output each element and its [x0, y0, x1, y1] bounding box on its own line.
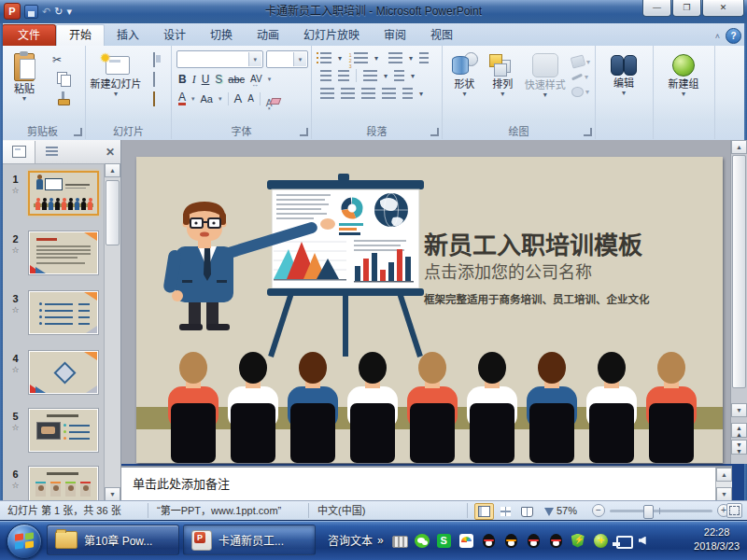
scrollbar-thumb[interactable]	[732, 155, 746, 388]
notes-scrollbar[interactable]: ▲ ▼	[715, 468, 732, 501]
zoom-slider[interactable]	[610, 510, 712, 512]
justify-icon[interactable]	[382, 88, 396, 99]
font-dialog-launcher[interactable]	[300, 128, 308, 136]
decrease-indent-icon[interactable]	[320, 70, 331, 81]
tab-animations[interactable]: 动画	[245, 25, 291, 46]
character-spacing-button[interactable]: AV	[250, 73, 262, 86]
start-button[interactable]	[7, 524, 42, 559]
volume-icon[interactable]	[639, 534, 655, 548]
powerpoint-app-icon[interactable]: P	[4, 3, 21, 20]
tab-view[interactable]: 视图	[418, 25, 465, 46]
minimize-button[interactable]: —	[642, 0, 671, 17]
grow-font-button[interactable]: A	[234, 92, 243, 105]
taskbar-button-folder[interactable]: 第10章 Pow...	[47, 525, 179, 555]
columns-icon[interactable]	[363, 70, 377, 81]
taskbar-clock[interactable]: 22:28 2018/3/23	[694, 525, 740, 553]
tab-home[interactable]: 开始	[56, 24, 105, 46]
save-icon[interactable]	[24, 5, 38, 19]
tab-transitions[interactable]: 切换	[198, 25, 245, 46]
customize-qat-icon[interactable]: ▾	[66, 4, 72, 19]
slideshow-button[interactable]	[539, 503, 558, 520]
slide-tagline[interactable]: 框架完整适用于商务培训、员工培训、企业文化	[424, 291, 713, 306]
help-icon[interactable]: ?	[726, 28, 741, 44]
qq-icon-4[interactable]	[549, 534, 565, 548]
antivirus-shield-icon[interactable]	[571, 534, 587, 548]
new-slide-button[interactable]: ✹ 新建幻灯片 ▾	[89, 49, 143, 123]
input-method-keyboard-icon[interactable]	[392, 534, 408, 548]
clipboard-dialog-launcher[interactable]	[74, 128, 82, 136]
language-indicator[interactable]: 中文(中国)	[317, 501, 365, 521]
text-shadow-button[interactable]: S	[215, 73, 222, 86]
slide-thumbnail[interactable]	[28, 350, 99, 395]
close-button[interactable]: ✕	[702, 0, 744, 17]
notes-placeholder[interactable]: 单击此处添加备注	[121, 468, 732, 492]
zoom-percentage[interactable]: 57%	[557, 501, 577, 520]
tab-slideshow[interactable]: 幻灯片放映	[291, 25, 372, 46]
bold-button[interactable]: B	[178, 73, 187, 86]
slide-sorter-button[interactable]	[496, 503, 515, 520]
strikethrough-button[interactable]: abc	[228, 73, 245, 86]
next-slide-icon[interactable]: ▼▼	[731, 440, 747, 455]
italic-button[interactable]: I	[192, 73, 196, 86]
tab-slides-thumbnails[interactable]	[3, 141, 35, 163]
zoom-slider-thumb[interactable]	[643, 505, 654, 519]
restore-button[interactable]: ❐	[672, 0, 701, 17]
slide-thumbnail[interactable]	[28, 290, 99, 335]
reading-view-button[interactable]	[517, 503, 537, 520]
tab-review[interactable]: 审阅	[372, 25, 418, 46]
input-skin-icon[interactable]	[459, 534, 475, 548]
reset-slide-icon[interactable]	[146, 72, 162, 87]
redo-icon[interactable]: ↻	[54, 4, 63, 19]
scroll-up-icon[interactable]: ▲	[716, 468, 732, 482]
slide-thumbnail[interactable]	[28, 231, 99, 275]
change-case-button[interactable]: Aa	[201, 92, 213, 105]
fit-to-window-button[interactable]	[726, 503, 742, 518]
sogou-icon[interactable]: S	[437, 534, 453, 548]
notes-pane[interactable]: 单击此处添加备注 ▲ ▼	[121, 466, 732, 501]
security-ball-icon[interactable]	[594, 534, 610, 548]
shrink-font-button[interactable]: A	[247, 92, 254, 105]
editor-scrollbar[interactable]: ▲ ▼ ▲▲ ▼▼	[730, 140, 747, 464]
undo-icon[interactable]: ↶	[42, 4, 50, 19]
tab-insert[interactable]: 插入	[105, 25, 151, 46]
slide-thumbnail-selected[interactable]	[28, 171, 99, 216]
tab-design[interactable]: 设计	[151, 25, 198, 46]
format-painter-icon[interactable]	[49, 91, 65, 106]
wechat-icon[interactable]	[415, 534, 430, 548]
scroll-up-icon[interactable]: ▲	[105, 163, 120, 177]
paste-button[interactable]: 粘贴 ▾	[3, 49, 46, 123]
cut-icon[interactable]: ✂	[49, 52, 65, 67]
slide-canvas[interactable]: 新员工入职培训模板 点击添加您的公司名称 框架完整适用于商务培训、员工培训、企业…	[136, 157, 723, 463]
tab-file[interactable]: 文件	[2, 24, 56, 46]
smartart-convert-icon[interactable]	[402, 88, 413, 99]
scroll-down-icon[interactable]: ▼	[731, 403, 747, 417]
close-panel-icon[interactable]: ✕	[106, 146, 115, 159]
network-icon[interactable]	[616, 534, 632, 548]
align-center-icon[interactable]	[341, 88, 355, 99]
scrollbar-thumb[interactable]	[106, 180, 120, 245]
tab-outline[interactable]	[35, 141, 67, 163]
increase-indent-icon[interactable]	[338, 70, 349, 81]
align-text-icon[interactable]	[394, 70, 404, 81]
previous-slide-icon[interactable]: ▲▲	[731, 423, 747, 438]
clear-formatting-icon[interactable]	[266, 93, 280, 105]
copy-icon[interactable]	[49, 72, 65, 87]
qq-icon-2[interactable]	[504, 534, 520, 548]
zoom-out-button[interactable]: −	[592, 504, 605, 517]
slides-panel-scrollbar[interactable]: ▲ ▼	[104, 163, 120, 501]
numbering-icon[interactable]	[354, 52, 368, 63]
underline-button[interactable]: U	[202, 73, 210, 86]
scroll-down-icon[interactable]: ▼	[105, 487, 120, 501]
qq-icon-1[interactable]	[482, 534, 498, 548]
slide-subtitle[interactable]: 点击添加您的公司名称	[424, 261, 713, 284]
paragraph-dialog-launcher[interactable]	[430, 128, 439, 136]
font-size-select[interactable]: ▾	[266, 50, 308, 68]
taskbar-button-powerpoint[interactable]: 卡通新员工...	[183, 525, 316, 555]
font-color-button[interactable]: A	[178, 92, 186, 105]
align-right-icon[interactable]	[361, 88, 375, 99]
editing-button[interactable]: 编辑 ▾	[599, 49, 649, 134]
qq-icon-3[interactable]	[527, 534, 543, 548]
normal-view-button[interactable]	[474, 503, 494, 520]
text-direction-icon[interactable]	[419, 52, 429, 63]
tray-expand-icon[interactable]: »	[377, 534, 384, 547]
